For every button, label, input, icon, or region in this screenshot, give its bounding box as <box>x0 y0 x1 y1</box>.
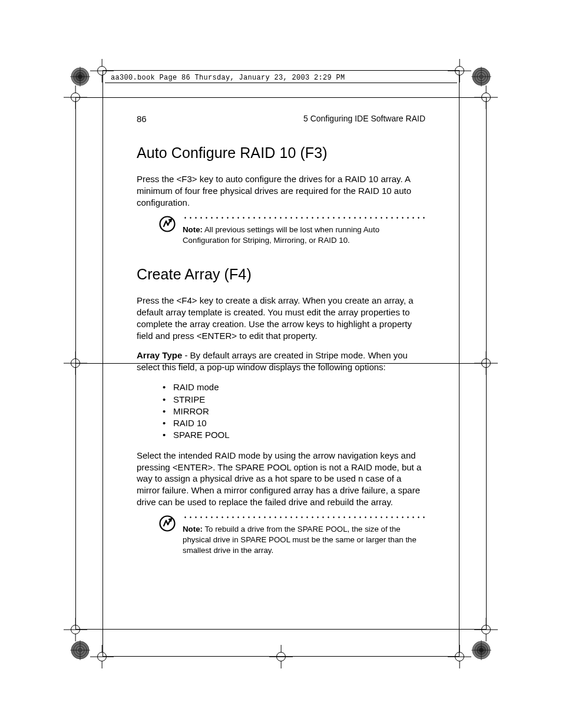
note-divider <box>183 516 425 518</box>
array-type-label: Array Type <box>137 350 182 360</box>
crop-line <box>459 70 459 657</box>
crosshair-icon <box>90 645 114 668</box>
crosshair-icon <box>269 645 293 668</box>
list-item: SPARE POOL <box>137 429 425 441</box>
crop-line <box>103 656 459 657</box>
reg-mark-icon <box>70 67 90 87</box>
array-type-options: RAID mode STRIPE MIRROR RAID 10 SPARE PO… <box>137 381 425 441</box>
reg-mark-icon <box>70 640 90 660</box>
section-title: 5 Configuring IDE Software RAID <box>303 114 425 123</box>
note-text: Note: All previous settings will be lost… <box>183 225 425 246</box>
note-body: All previous settings will be lost when … <box>183 225 379 245</box>
note-body: To rebuild a drive from the SPARE POOL, … <box>183 525 416 555</box>
crop-line <box>486 97 487 630</box>
list-item: STRIPE <box>137 394 425 406</box>
heading-create-array: Create Array (F4) <box>137 266 425 283</box>
page-number: 86 <box>137 114 147 124</box>
crop-line <box>103 70 459 71</box>
note-icon <box>159 515 176 532</box>
crosshair-icon <box>90 59 114 83</box>
crosshair-icon <box>448 59 471 83</box>
heading-auto-configure: Auto Configure RAID 10 (F3) <box>137 144 425 162</box>
note-divider <box>183 217 425 219</box>
note-label: Note: <box>183 225 203 234</box>
frame-page-info: aa300.book Page 86 Thursday, January 23,… <box>111 74 345 82</box>
crop-line <box>75 97 486 98</box>
paragraph: Press the <F4> key to create a disk arra… <box>137 295 425 342</box>
paragraph: Array Type - By default arrays are creat… <box>137 350 425 373</box>
note-block: Note: To rebuild a drive from the SPARE … <box>137 516 425 556</box>
list-item: RAID mode <box>137 381 425 393</box>
reg-mark-icon <box>471 640 491 660</box>
page-content: 86 5 Configuring IDE Software RAID Auto … <box>137 114 425 571</box>
note-icon <box>159 216 176 232</box>
crop-line <box>75 97 76 630</box>
crop-line <box>103 70 103 657</box>
note-block: Note: All previous settings will be lost… <box>137 217 425 246</box>
crop-line <box>75 629 486 630</box>
paragraph: Press the <F3> key to auto configure the… <box>137 173 425 209</box>
list-item: RAID 10 <box>137 417 425 429</box>
reg-mark-icon <box>471 67 491 87</box>
list-item: MIRROR <box>137 406 425 417</box>
paragraph: Select the intended RAID mode by using t… <box>137 450 425 509</box>
note-label: Note: <box>183 525 203 533</box>
crosshair-icon <box>448 645 471 668</box>
note-text: Note: To rebuild a drive from the SPARE … <box>183 524 425 556</box>
frame-page-underline <box>105 83 457 83</box>
